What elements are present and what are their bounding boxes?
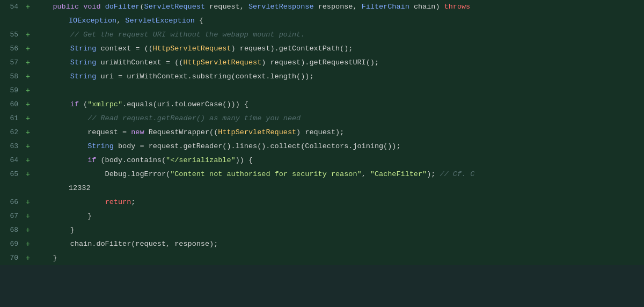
line-plus-60: + [23,98,33,112]
line-plus-70: + [23,251,33,265]
line-content-61: // Read request.getReader() as many time… [33,112,644,126]
line-content-65-note: 12332 [33,181,644,195]
line-content-68: } [33,223,644,237]
line-number-57: 57 [0,56,23,70]
code-line-64: 64 + if (body.contains("</serializable")… [0,154,644,167]
line-plus-64: + [23,154,33,167]
line-plus-62: + [23,126,33,140]
line-number-67: 67 [0,209,23,223]
line-number-59: 59 [0,84,23,98]
line-plus-69: + [23,237,33,251]
line-number-58: 58 [0,70,23,84]
line-number-66: 66 [0,195,23,209]
line-number-68: 68 [0,223,23,237]
line-content-54: public void doFilter(ServletRequest requ… [33,0,644,14]
code-line-58: 58 + String uri = uriWithContext.substri… [0,70,644,84]
line-content-64: if (body.contains("</serializable")) { [33,154,644,167]
line-plus-67: + [23,209,33,223]
code-line-70: 70 + } [0,251,644,265]
code-line-56: 56 + String context = ((HttpServletReque… [0,42,644,56]
code-line-61: 61 + // Read request.getReader() as many… [0,112,644,126]
code-line-66: 66 + return; [0,195,644,209]
line-content-69: chain.doFilter(request, response); [33,237,644,251]
line-content-65: Debug.logError("Content not authorised f… [33,167,644,181]
code-line-54-cont: IOException, ServletException { [0,14,644,28]
line-number-62: 62 [0,126,23,140]
line-number-54: 54 [0,0,23,14]
code-line-59: 59 + [0,84,644,98]
code-line-68: 68 + } [0,223,644,237]
line-content-70: } [33,251,644,265]
code-line-57: 57 + String uriWithContext = ((HttpServl… [0,56,644,70]
line-plus-54: + [23,0,33,14]
line-plus-63: + [23,140,33,154]
line-content-55: // Get the request URI without the webap… [33,28,644,42]
line-number-69: 69 [0,237,23,251]
line-number-61: 61 [0,112,23,126]
line-content-62: request = new RequestWrapper((HttpServle… [33,126,644,140]
line-content-66: return; [33,195,644,209]
code-line-63: 63 + String body = request.getReader().l… [0,140,644,154]
line-plus-55: + [23,28,33,42]
line-content-67: } [33,209,644,223]
line-content-57: String uriWithContext = ((HttpServletReq… [33,56,644,70]
code-line-60: 60 + if ("xmlrpc".equals(uri.toLowerCase… [0,98,644,112]
code-line-62: 62 + request = new RequestWrapper((HttpS… [0,126,644,140]
code-line-65-note: 12332 [0,181,644,195]
code-line-67: 67 + } [0,209,644,223]
line-plus-65: + [23,167,33,181]
line-plus-59: + [23,84,33,98]
code-viewer: 54 + public void doFilter(ServletRequest… [0,0,644,307]
code-line-69: 69 + chain.doFilter(request, response); [0,237,644,251]
line-number-65: 65 [0,167,23,181]
line-content-54-cont: IOException, ServletException { [33,14,644,28]
line-number-64: 64 [0,154,23,167]
line-content-63: String body = request.getReader().lines(… [33,140,644,154]
line-plus-61: + [23,112,33,126]
line-number-63: 63 [0,140,23,154]
line-content-56: String context = ((HttpServletRequest) r… [33,42,644,56]
line-number-60: 60 [0,98,23,112]
line-plus-58: + [23,70,33,84]
line-plus-68: + [23,223,33,237]
line-content-58: String uri = uriWithContext.substring(co… [33,70,644,84]
line-content-60: if ("xmlrpc".equals(uri.toLowerCase())) … [33,98,644,112]
line-plus-56: + [23,42,33,56]
line-number-56: 56 [0,42,23,56]
line-plus-57: + [23,56,33,70]
line-plus-66: + [23,195,33,209]
code-line-65: 65 + Debug.logError("Content not authori… [0,167,644,181]
line-number-70: 70 [0,251,23,265]
code-line-54: 54 + public void doFilter(ServletRequest… [0,0,644,14]
code-line-55: 55 + // Get the request URI without the … [0,28,644,42]
line-number-55: 55 [0,28,23,42]
